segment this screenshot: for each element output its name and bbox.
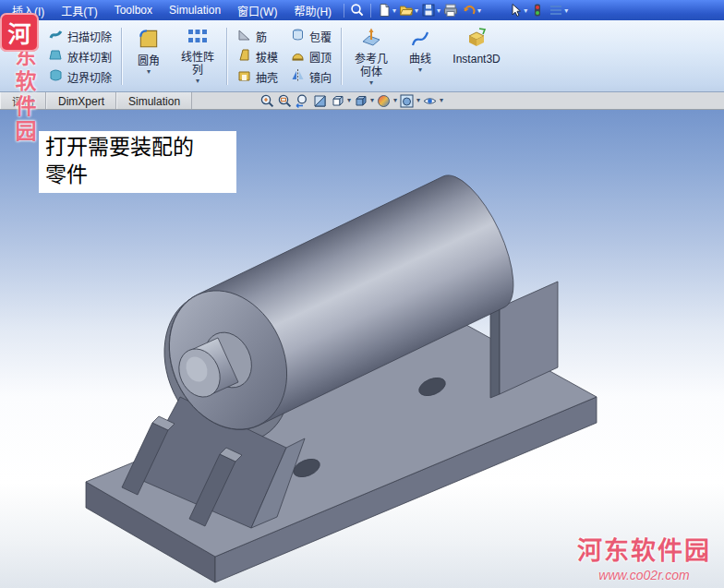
wrap-label: 包覆 [309, 29, 332, 44]
draft-icon [237, 48, 251, 65]
apply-scene-icon[interactable] [399, 92, 415, 110]
fillet-label: 圆角 [138, 55, 160, 68]
wrap-dome-mirror-group: 包覆 圆顶 镜向 [286, 27, 336, 86]
swept-cut-button[interactable]: 扫描切除 [44, 27, 116, 45]
instant3d-label: Instant3D [452, 54, 500, 66]
lofted-cut-label: 放样切割 [67, 49, 112, 65]
dropdown-arrow-icon[interactable]: ▾ [347, 97, 351, 104]
instant3d-button[interactable]: Instant3D [446, 25, 507, 68]
tab-dimxpert[interactable]: DimXpert [46, 92, 116, 109]
features-ribbon: 扫描切除 放样切割 边界切除 圆角 ▾ 线性阵列 ▾ [0, 20, 724, 92]
open-folder-icon[interactable] [397, 2, 416, 19]
linear-pattern-icon [187, 27, 209, 50]
linear-pattern-button[interactable]: 线性阵列 ▾ [175, 25, 221, 87]
shell-label: 抽壳 [256, 69, 278, 85]
dropdown-arrow-icon[interactable]: ▾ [415, 6, 418, 15]
display-style-icon[interactable] [353, 92, 368, 110]
undo-icon[interactable] [460, 2, 478, 19]
menu-bar: 插入(I) 工具(T) Toolbox Simulation 窗口(W) 帮助(… [0, 0, 724, 20]
rib-icon [237, 28, 251, 44]
dome-icon [291, 48, 305, 65]
wrap-icon [291, 28, 305, 44]
wrap-button[interactable]: 包覆 [286, 27, 336, 45]
shell-icon [237, 68, 251, 85]
mirror-icon [291, 68, 305, 85]
dropdown-arrow-icon[interactable]: ▾ [564, 6, 568, 15]
ribbon-separator [121, 28, 123, 85]
dropdown-arrow-icon: ▾ [147, 68, 151, 76]
select-arrow-icon[interactable] [506, 2, 525, 19]
dropdown-arrow-icon[interactable]: ▾ [392, 6, 396, 15]
annotation-text: 打开需要装配的 零件 [39, 131, 236, 193]
dome-label: 圆顶 [309, 49, 332, 65]
rib-button[interactable]: 筋 [233, 27, 283, 45]
graphics-viewport[interactable]: 打开需要装配的 零件 [0, 109, 724, 588]
draft-label: 拔模 [256, 49, 278, 65]
dropdown-arrow-icon: ▾ [369, 79, 373, 87]
menu-window[interactable]: 窗口(W) [229, 1, 285, 20]
dropdown-arrow-icon[interactable]: ▾ [416, 97, 420, 104]
menu-simulation[interactable]: Simulation [161, 2, 229, 18]
linear-pattern-label: 线性阵列 [179, 52, 216, 78]
dropdown-arrow-icon[interactable]: ▾ [440, 97, 443, 104]
save-icon[interactable] [419, 2, 438, 19]
zoom-area-icon[interactable] [277, 92, 293, 110]
annotation-line2: 零件 [45, 162, 230, 189]
rib-label: 筋 [256, 29, 267, 44]
boundary-cut-icon [49, 68, 63, 85]
edit-appearance-icon[interactable] [376, 92, 392, 110]
dropdown-arrow-icon[interactable]: ▾ [370, 97, 374, 104]
menu-help[interactable]: 帮助(H) [285, 1, 340, 20]
site-logo: 河 [0, 13, 39, 52]
mirror-button[interactable]: 镜向 [286, 67, 336, 86]
print-icon[interactable] [441, 2, 460, 19]
reference-geometry-icon [359, 27, 383, 52]
boundary-cut-label: 边界切除 [67, 69, 112, 85]
section-view-icon[interactable] [312, 92, 328, 110]
options-list-icon[interactable] [547, 2, 565, 19]
view-orientation-icon[interactable] [330, 92, 345, 110]
tab-simulation[interactable]: Simulation [116, 92, 192, 109]
view-settings-icon[interactable] [422, 92, 438, 110]
rib-draft-shell-group: 筋 拔模 抽壳 [233, 27, 283, 86]
dropdown-arrow-icon[interactable]: ▾ [524, 6, 527, 15]
curves-icon [408, 27, 432, 52]
dropdown-arrow-icon[interactable]: ▾ [393, 97, 397, 104]
shell-button[interactable]: 抽壳 [233, 67, 283, 86]
mirror-label: 镜向 [309, 69, 332, 85]
zoom-fit-icon[interactable] [259, 92, 275, 110]
menu-tools[interactable]: 工具(T) [53, 1, 105, 20]
dropdown-arrow-icon: ▾ [418, 66, 422, 74]
site-logo-glyph: 河 [7, 16, 30, 49]
curves-label: 曲线 [409, 54, 431, 66]
new-document-icon[interactable] [375, 2, 393, 19]
dropdown-arrow-icon: ▾ [196, 78, 199, 85]
search-icon[interactable] [348, 2, 367, 19]
ribbon-separator [226, 28, 228, 85]
cut-features-group: 扫描切除 放样切割 边界切除 [44, 27, 116, 86]
headsup-view-toolbar: ▾ ▾ ▾ ▾ ▾ [259, 91, 443, 110]
draft-button[interactable]: 拔模 [233, 47, 283, 66]
curves-button[interactable]: 曲线 ▾ [400, 25, 440, 76]
swept-cut-icon [49, 28, 63, 44]
fillet-icon [137, 27, 161, 54]
ribbon-separator [341, 28, 343, 85]
previous-view-icon[interactable] [295, 92, 310, 110]
solidworks-window: 插入(I) 工具(T) Toolbox Simulation 窗口(W) 帮助(… [0, 0, 724, 588]
reference-geometry-button[interactable]: 参考几何体 ▾ [348, 25, 394, 89]
menu-separator [344, 4, 344, 18]
instant3d-icon [465, 27, 489, 52]
tab-evaluate[interactable]: 评估 [0, 92, 46, 109]
reference-geometry-label: 参考几何体 [352, 54, 391, 79]
fillet-button[interactable]: 圆角 ▾ [128, 25, 169, 78]
lofted-cut-icon [49, 48, 63, 65]
menu-separator [370, 4, 371, 18]
annotation-line1: 打开需要装配的 [45, 134, 230, 162]
boundary-cut-button[interactable]: 边界切除 [44, 67, 116, 86]
dropdown-arrow-icon[interactable]: ▾ [477, 6, 481, 15]
rebuild-traffic-light-icon[interactable] [528, 2, 547, 19]
lofted-cut-button[interactable]: 放样切割 [44, 47, 116, 66]
menu-toolbox[interactable]: Toolbox [106, 2, 161, 18]
dome-button[interactable]: 圆顶 [286, 47, 336, 66]
dropdown-arrow-icon[interactable]: ▾ [437, 6, 440, 15]
